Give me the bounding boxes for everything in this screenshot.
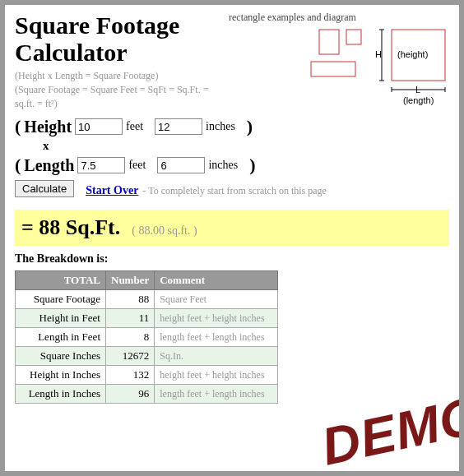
result-sub: ( 88.00 sq.ft. ) [132,224,197,238]
height-inches-input[interactable] [155,118,202,135]
col-number: Number [106,271,155,290]
svg-text:(length): (length) [403,95,434,105]
table-row: Height in Feet 11 height feet + height i… [16,309,278,328]
table-row: Height in Inches 132 height feet + heigh… [16,366,278,385]
col-total: TOTAL [16,271,106,290]
height-label: Height [24,118,72,136]
start-over-link[interactable]: Start Over [86,184,138,196]
height-input-row: ( Height feet inches ) [15,116,449,137]
length-feet-input[interactable] [77,157,125,173]
feet-label: feet [126,120,143,133]
inches-label: inches [206,120,235,133]
calculate-button[interactable]: Calculate [15,180,74,197]
inches-label: inches [208,159,238,172]
length-input-row: ( Length feet inches ) [15,155,449,176]
demo-watermark: DEMO [316,384,464,476]
height-feet-input[interactable] [75,118,123,135]
page-title: Square Footage Calculator [15,12,220,66]
multiply-symbol: x [43,139,449,153]
table-row: Length in Inches 96 length feet + length… [16,385,278,404]
subtitle-line-2: (Square Footage = Square Feet = SqFt = S… [15,84,208,109]
svg-text:(height): (height) [397,49,428,59]
diagram-label: rectangle examples and diagram [229,12,451,24]
breakdown-table: TOTAL Number Comment Square Footage 88 S… [15,270,278,404]
subtitle-line-1: (Height x Length = Square Footage) [15,70,158,81]
length-label: Length [24,156,74,175]
svg-rect-1 [346,30,361,44]
svg-text:H: H [375,49,382,59]
start-over-note: - To completely start from scratch on th… [142,185,327,196]
result-main: = 88 Sq.Ft. [21,215,120,240]
svg-rect-0 [319,30,339,54]
col-comment: Comment [155,271,278,290]
svg-rect-2 [311,62,355,76]
table-row: Square Inches 12672 Sq.In. [16,347,278,366]
page-subtitle: (Height x Length = Square Footage) (Squa… [15,69,220,110]
result-bar: = 88 Sq.Ft. ( 88.00 sq.ft. ) [15,210,449,246]
feet-label: feet [128,159,146,172]
svg-text:L: L [415,85,420,95]
breakdown-title: The Breakdown is: [15,252,449,266]
table-row: Length in Feet 8 length feet + length in… [16,328,278,347]
length-inches-input[interactable] [157,157,205,173]
table-row: Square Footage 88 Square Feet [16,290,278,309]
rectangle-diagram-icon: H (height) L (length) [229,25,451,108]
